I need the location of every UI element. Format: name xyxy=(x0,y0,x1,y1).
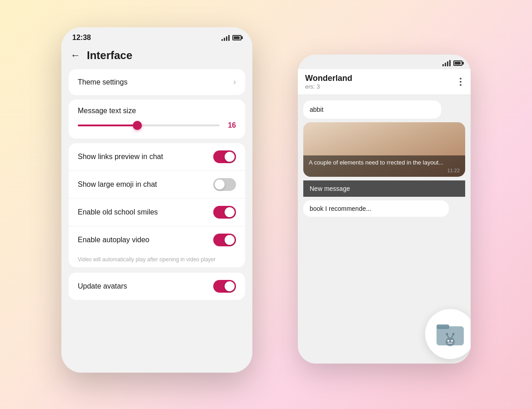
back-button[interactable]: ← xyxy=(70,50,80,61)
slider-thumb[interactable] xyxy=(133,121,142,130)
enable-smiles-toggle[interactable] xyxy=(213,206,236,219)
status-bar: 12:38 xyxy=(61,27,252,45)
toggle-knob xyxy=(225,281,235,291)
show-links-label: Show links preview in chat xyxy=(78,153,163,161)
toggle-row-avatars: Update avatars xyxy=(69,273,245,300)
chevron-right-icon: › xyxy=(233,77,236,87)
message-time: 11:22 xyxy=(309,168,460,173)
show-emoji-label: Show large emoji in chat xyxy=(78,180,157,189)
chat-title-area: Wonderland ers: 3 xyxy=(305,74,352,90)
enable-smiles-label: Enable old school smiles xyxy=(78,208,158,216)
signal-icon-front xyxy=(221,35,230,41)
toggle-row-smiles: Enable old school smiles xyxy=(69,199,245,226)
toggle-knob xyxy=(225,207,235,217)
toggle-row-autoplay: Enable autoplay video xyxy=(69,226,245,254)
enable-autoplay-label: Enable autoplay video xyxy=(78,236,149,244)
image-caption: A couple of elements need to rrected in … xyxy=(303,155,465,177)
svg-point-2 xyxy=(446,337,455,346)
more-options-icon[interactable] xyxy=(458,76,463,88)
page-title: Interface xyxy=(87,49,132,62)
slider-value: 16 xyxy=(225,121,236,130)
chat-subtitle: ers: 3 xyxy=(305,83,352,90)
status-time: 12:38 xyxy=(72,34,91,42)
signal-icon xyxy=(442,60,451,66)
bottom-message-text: book I recommende... xyxy=(310,205,442,212)
battery-icon xyxy=(453,60,462,66)
update-avatars-label: Update avatars xyxy=(78,282,127,290)
enable-autoplay-toggle[interactable] xyxy=(213,234,236,246)
show-emoji-toggle[interactable] xyxy=(213,178,236,191)
theme-settings-card[interactable]: Theme settings › xyxy=(69,69,245,95)
back-status-bar xyxy=(298,55,471,69)
slider-row: 16 xyxy=(78,121,236,130)
message-bubble-1: abbit xyxy=(303,100,441,119)
message-bubble-bottom: book I recommende... xyxy=(303,200,449,217)
scene: Wonderland ers: 3 abbit A couple of elem… xyxy=(61,27,471,382)
show-links-toggle[interactable] xyxy=(213,150,236,163)
chat-title: Wonderland xyxy=(305,74,352,83)
slider-fill xyxy=(78,125,137,126)
chat-header: Wonderland ers: 3 xyxy=(298,69,471,95)
new-message-label: New message xyxy=(310,185,350,192)
page-header: ← Interface xyxy=(61,45,252,69)
svg-rect-1 xyxy=(437,324,449,329)
theme-settings-row[interactable]: Theme settings › xyxy=(69,69,245,95)
message-image: A couple of elements need to rrected in … xyxy=(303,122,465,177)
status-icons xyxy=(221,35,241,41)
svg-point-8 xyxy=(446,333,448,335)
toggle-knob xyxy=(225,235,235,245)
toggle-knob xyxy=(225,152,235,162)
message-text-1: abbit xyxy=(310,106,435,113)
slider-label: Message text size xyxy=(78,107,236,115)
theme-settings-label: Theme settings xyxy=(78,78,127,86)
phone-back: Wonderland ers: 3 abbit A couple of elem… xyxy=(298,55,471,364)
phone-front: 12:38 ← Interface xyxy=(61,27,252,373)
bottom-card: Update avatars xyxy=(69,273,245,300)
chat-messages: abbit A couple of elements need to rrect… xyxy=(298,95,471,222)
toggles-card: Show links preview in chat Show large em… xyxy=(69,143,245,267)
battery-icon-front xyxy=(232,35,241,40)
android-folder-icon xyxy=(425,309,471,359)
update-avatars-toggle[interactable] xyxy=(213,280,236,293)
slider-track[interactable] xyxy=(78,125,220,126)
folder-svg xyxy=(434,318,466,350)
svg-point-4 xyxy=(451,340,453,342)
svg-point-3 xyxy=(447,340,449,342)
message-text-size-card: Message text size 16 xyxy=(69,100,245,139)
svg-point-9 xyxy=(452,333,455,335)
new-message-bar: New message xyxy=(303,180,465,197)
toggle-knob xyxy=(215,180,225,190)
autoplay-hint: Video will automatically play after open… xyxy=(69,254,245,267)
settings-list: Theme settings › Message text size 16 xyxy=(61,69,252,300)
toggle-row-emoji: Show large emoji in chat xyxy=(69,171,245,199)
toggle-row-links: Show links preview in chat xyxy=(69,143,245,171)
svg-rect-5 xyxy=(448,343,452,344)
